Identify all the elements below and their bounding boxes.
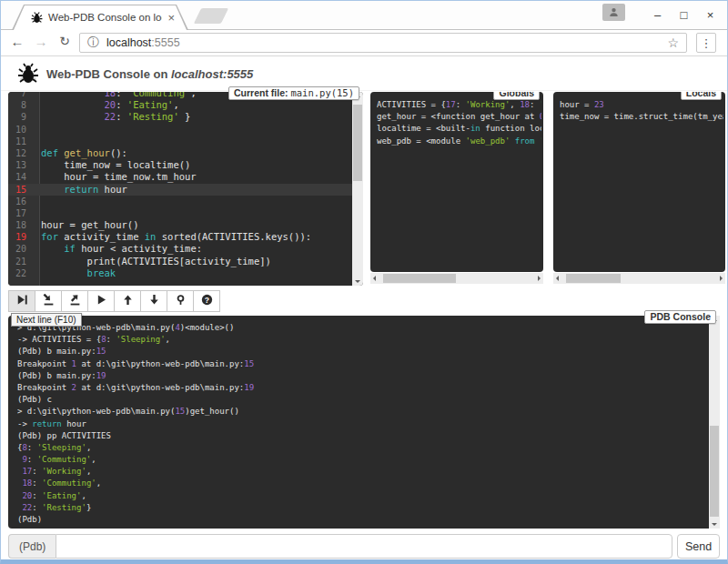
output-line: 20: 'Eating', — [17, 490, 705, 502]
step-out-button[interactable] — [61, 290, 88, 312]
output-line: (Pdb) c — [17, 394, 705, 406]
output-line: {8: 'Sleeping', — [17, 442, 705, 454]
tab-title: Web-PDB Console on loc — [48, 12, 162, 23]
output-line: (Pdb) b main.py:15 — [17, 346, 705, 358]
up-button[interactable] — [114, 290, 141, 312]
step-into-button[interactable] — [35, 290, 62, 312]
code-line: 14 hour = time_now.tm_hour — [8, 171, 352, 183]
output-line: hour = 23 — [560, 99, 723, 111]
code-line: 18hour = get_hour() — [8, 219, 352, 231]
down-button[interactable] — [140, 290, 167, 312]
debug-toolbar: ? — [8, 290, 219, 312]
scrollbar-thumb[interactable] — [353, 105, 362, 181]
next-line-button[interactable] — [8, 290, 35, 312]
new-tab-button[interactable] — [194, 8, 228, 24]
svg-text:?: ? — [204, 296, 208, 305]
line-number: 7 — [8, 92, 34, 99]
line-number: 22 — [8, 267, 34, 279]
code-line: 22 break — [8, 267, 352, 279]
scroll-down-icon[interactable] — [712, 523, 717, 526]
step-into-icon — [43, 294, 55, 308]
address-bar[interactable]: ⓘ localhost :5555 ☆ — [79, 33, 687, 53]
line-number: 17 — [8, 207, 34, 219]
pdb-command-input[interactable] — [56, 534, 672, 559]
page-info-icon[interactable]: ⓘ — [87, 35, 99, 51]
line-number: 18 — [8, 219, 34, 231]
output-line: 18: 'Commuting', — [17, 478, 705, 489]
scroll-right-icon[interactable] — [720, 276, 723, 281]
locals-panel: Locals hour = 23time_now = time.struct_t… — [553, 92, 725, 284]
locals-scrollbar[interactable] — [553, 273, 725, 284]
person-icon — [609, 7, 619, 17]
locals-content: hour = 23time_now = time.struct_time(tm_… — [560, 99, 723, 268]
tab-close-icon[interactable]: × — [167, 12, 175, 24]
web-pdb-page: Web-PDB Console on localhost:5555 Curren… — [1, 56, 727, 559]
close-button[interactable]: × — [697, 8, 723, 22]
code-line: 17 — [8, 207, 352, 219]
code-scrollbar[interactable] — [352, 92, 363, 286]
browser-window: Web-PDB Console on loc × – □ × ← → ↻ ⓘ l… — [0, 0, 728, 564]
line-number: 12 — [8, 147, 34, 159]
step-out-icon — [69, 294, 81, 308]
current-file-label: Current file: main.py(15) — [228, 86, 359, 100]
globals-scrollbar[interactable] — [370, 273, 543, 284]
code-line: 21 print(ACTIVITIES[activity_time]) — [8, 256, 352, 267]
output-line: (Pdb) pp ACTIVITIES — [17, 430, 705, 442]
code-line: 13 time_now = localtime() — [8, 159, 352, 171]
output-line: 22: 'Resting'} — [17, 502, 705, 514]
globals-content: ACTIVITIES = {17: 'Working', 18: 'Commut… — [377, 99, 541, 268]
scrollbar-thumb[interactable] — [383, 274, 456, 283]
line-number: 21 — [8, 256, 34, 267]
locals-label: Locals — [681, 92, 722, 100]
pdb-console-panel: PDB Console > d:\git\python-web-pdb\main… — [8, 316, 720, 529]
line-number: 11 — [8, 136, 34, 147]
current-file-panel: Current file: main.py(15) 7 18: 'Commuti… — [8, 92, 363, 286]
pdb-prompt-label: (Pdb) — [8, 534, 56, 559]
page-title: Web-PDB Console on localhost:5555 — [46, 67, 253, 81]
line-number: 13 — [8, 159, 34, 171]
back-icon[interactable]: ← — [8, 34, 26, 49]
output-line: (Pdb) b main.py:19 — [17, 370, 705, 382]
window-controls: – □ × — [644, 1, 723, 28]
browser-tab[interactable]: Web-PDB Console on loc × — [12, 5, 188, 30]
scroll-right-icon[interactable] — [538, 276, 541, 281]
continue-button[interactable] — [87, 290, 115, 312]
code-line: 19for activity_time in sorted(ACTIVITIES… — [8, 231, 352, 243]
source-code: 7 18: 'Commuting',8 20: 'Eating',9 22: '… — [8, 92, 352, 286]
code-line: 12def get_hour(): — [8, 147, 352, 159]
scroll-left-icon[interactable] — [556, 276, 559, 281]
output-line: -> return hour — [17, 418, 705, 430]
breakpoint-line-number: 19 — [8, 231, 34, 243]
console-output: > d:\git\python-web-pdb\main.py(4)<modul… — [17, 322, 705, 525]
help-button[interactable]: ? — [193, 290, 220, 312]
line-number: 16 — [8, 196, 34, 207]
command-input-bar: (Pdb) Send — [8, 534, 720, 559]
code-line: 16 — [8, 196, 352, 207]
browser-titlebar: Web-PDB Console on loc × – □ × — [1, 1, 727, 30]
bookmark-star-icon[interactable]: ☆ — [667, 35, 679, 50]
profile-icon[interactable] — [602, 4, 625, 21]
send-button[interactable]: Send — [677, 534, 720, 559]
down-icon — [148, 294, 160, 308]
maximize-button[interactable]: □ — [671, 8, 697, 22]
reload-icon[interactable]: ↻ — [56, 34, 74, 48]
scroll-left-icon[interactable] — [373, 276, 376, 281]
minimize-button[interactable]: – — [644, 8, 671, 22]
line-number: 10 — [8, 124, 34, 136]
breakpoint-line-number: 15 — [8, 184, 34, 196]
output-line: localtime = <built-in function localtime… — [377, 123, 541, 135]
output-line: web_pdb = <module 'web_pdb' from 'd:\git… — [377, 136, 541, 147]
browser-menu-icon[interactable]: ⋮ — [696, 33, 716, 53]
scrollbar-thumb[interactable] — [710, 426, 719, 517]
output-line: 9: 'Commuting', — [17, 454, 705, 466]
page-header: Web-PDB Console on localhost:5555 — [1, 56, 727, 91]
console-scrollbar[interactable] — [709, 316, 720, 529]
current-position-button[interactable] — [167, 290, 194, 312]
forward-icon[interactable]: → — [32, 34, 50, 49]
scroll-down-icon[interactable] — [355, 280, 360, 283]
current-position-icon — [175, 294, 187, 308]
help-icon: ? — [201, 294, 213, 308]
code-line: 20 if hour < activity_time: — [8, 243, 352, 255]
scrollbar-thumb[interactable] — [566, 274, 621, 283]
output-line: > d:\git\python-web-pdb\main.py(15)get_h… — [17, 406, 705, 418]
